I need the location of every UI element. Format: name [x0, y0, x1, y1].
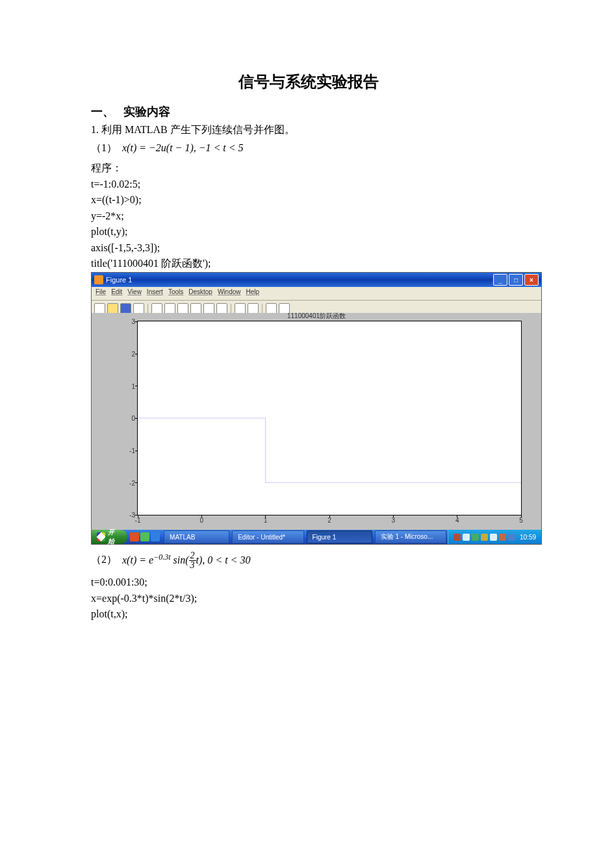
quicklaunch-icon[interactable] [130, 532, 139, 541]
quicklaunch-icon[interactable] [151, 532, 160, 541]
menu-insert[interactable]: Insert [147, 288, 163, 299]
section-title-text: 实验内容 [123, 105, 170, 118]
menu-file[interactable]: File [96, 288, 106, 299]
window-titlebar[interactable]: Figure 1 _ □ × [92, 273, 541, 287]
code-line: x=((t-1)>0); [91, 193, 526, 207]
menu-tools[interactable]: Tools [168, 288, 183, 299]
x-tick-label: 2 [327, 517, 331, 524]
figure-canvas: 111000401阶跃函数 -3-2-10123-1012345 [92, 313, 541, 530]
tray-icon[interactable] [454, 534, 461, 541]
windows-taskbar[interactable]: 开始 MATLAB Editor - Untitled* Figure 1 实验… [92, 530, 541, 544]
x-tick-label: 4 [455, 517, 459, 524]
x-tick-label: 5 [519, 517, 523, 524]
tray-icon[interactable] [463, 534, 470, 541]
document-page: 信号与系统实验报告 一、 实验内容 1. 利用 MATLAB 产生下列连续信号并… [0, 0, 614, 675]
y-tick-label: -1 [126, 447, 135, 454]
taskbar-item-word[interactable]: 实验 1 - Microso... [375, 530, 446, 543]
x-tick-label: 3 [392, 517, 396, 524]
tray-icon[interactable] [481, 534, 488, 541]
code-line: x=exp(-0.3*t)*sin(2*t/3); [91, 591, 526, 606]
matlab-icon [94, 275, 103, 284]
maximize-button[interactable]: □ [509, 274, 523, 286]
y-tick-label: -2 [126, 479, 135, 486]
matlab-figure-screenshot: Figure 1 _ □ × File Edit View Insert Too… [91, 272, 542, 545]
code-line: y=-2*x; [91, 209, 526, 223]
window-title-text: Figure 1 [106, 276, 132, 284]
section-heading: 一、 实验内容 [91, 104, 526, 119]
close-button[interactable]: × [524, 274, 539, 286]
menu-desktop[interactable]: Desktop [188, 288, 212, 299]
code-line: plot(t,y); [91, 225, 526, 239]
taskbar-item-figure[interactable]: Figure 1 [307, 530, 372, 543]
program-label: 程序： [91, 160, 526, 176]
sub-label-1: （1） [91, 142, 117, 153]
system-tray[interactable]: 10:59 [448, 530, 541, 544]
menu-bar[interactable]: File Edit View Insert Tools Desktop Wind… [92, 287, 541, 301]
menu-edit[interactable]: Edit [111, 288, 122, 299]
frac-num: 2 [189, 551, 196, 561]
frac-den: 3 [189, 561, 196, 570]
sub-label-2: （2） [91, 554, 117, 565]
y-tick-label: 1 [126, 382, 135, 390]
code-line: t=0:0.001:30; [91, 575, 526, 589]
section-number: 一、 [91, 105, 114, 118]
menu-help[interactable]: Help [246, 288, 260, 299]
tray-icon[interactable] [499, 534, 506, 541]
tray-icon[interactable] [490, 534, 497, 541]
formula-2-expr: x(t) = e−0.3t sin(23t), 0 < t < 30 [122, 554, 250, 565]
quicklaunch-icon[interactable] [140, 532, 149, 541]
windows-logo-icon [97, 532, 105, 541]
tray-icon[interactable] [508, 534, 515, 541]
formula-1: （1） x(t) = −2u(t − 1), −1 < t < 5 [91, 142, 526, 155]
taskbar-item-matlab[interactable]: MATLAB [164, 530, 229, 543]
formula-1-expr: x(t) = −2u(t − 1), −1 < t < 5 [122, 142, 244, 153]
taskbar-item-editor[interactable]: Editor - Untitled* [232, 530, 303, 543]
page-title: 信号与系统实验报告 [91, 71, 526, 92]
code-line: plot(t,x); [91, 607, 526, 621]
quick-launch[interactable] [130, 532, 160, 541]
y-tick-label: -3 [126, 512, 135, 519]
start-button[interactable]: 开始 [92, 530, 127, 544]
x-tick-label: -1 [135, 517, 141, 524]
y-tick-label: 0 [126, 415, 135, 422]
code-line: title('111000401 阶跃函数'); [91, 256, 526, 271]
menu-window[interactable]: Window [218, 288, 241, 299]
formula-2-exp: −0.3t [153, 552, 170, 561]
x-tick-label: 0 [200, 517, 204, 524]
x-tick-label: 1 [264, 517, 268, 524]
tray-icon[interactable] [472, 534, 479, 541]
tray-clock: 10:59 [520, 534, 536, 541]
plot-axes[interactable]: -3-2-10123-1012345 [137, 321, 522, 515]
y-tick-label: 2 [126, 351, 135, 358]
code-line: axis([-1,5,-3,3]); [91, 241, 526, 255]
code-line: t=-1:0.02:5; [91, 177, 526, 192]
fraction: 23 [189, 551, 196, 570]
plot-line [138, 321, 521, 515]
plot-title: 111000401阶跃函数 [92, 312, 541, 321]
start-label: 开始 [108, 528, 120, 546]
y-tick-label: 3 [126, 318, 135, 325]
formula-2: （2） x(t) = e−0.3t sin(23t), 0 < t < 30 [91, 551, 526, 570]
menu-view[interactable]: View [127, 288, 142, 299]
minimize-button[interactable]: _ [493, 274, 507, 286]
task-intro: 1. 利用 MATLAB 产生下列连续信号并作图。 [91, 122, 526, 138]
